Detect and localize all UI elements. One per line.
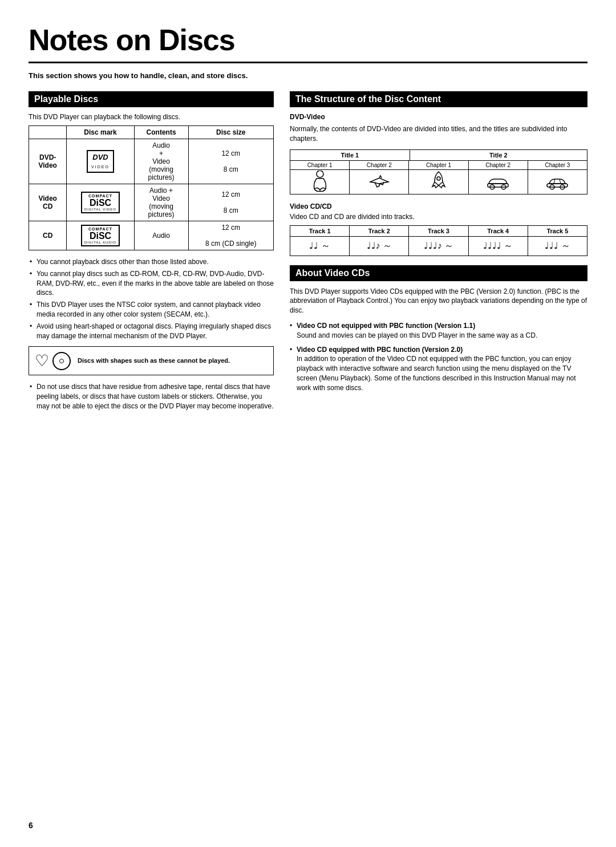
chapter-col: Chapter 1 (290, 161, 350, 169)
col-label-empty (29, 126, 67, 139)
playable-intro: This DVD Player can playback the followi… (29, 113, 274, 121)
track-col: Track 4 (469, 226, 528, 236)
chapter1-img (310, 171, 330, 193)
chapter-image (409, 170, 468, 194)
table-row: VideoCD COMPACT DiSC DIGITAL VIDEO Audio… (29, 184, 274, 221)
videocd-contents: Audio +Video(movingpictures) (134, 184, 188, 221)
chapter-image (528, 170, 587, 194)
dvd-logo: DVDVIDEO (87, 150, 114, 173)
track-note: ♩♩♩ ～ (528, 237, 587, 256)
list-item: This DVD Player uses the NTSC color syst… (29, 300, 274, 319)
svg-point-1 (437, 177, 440, 180)
track-note: ♩♩♪ ～ (350, 237, 409, 256)
dvd-video-title: DVD-Video (290, 113, 587, 121)
about-bullet-1-bold: Video CD not equipped with PBC function … (297, 322, 475, 330)
videocd-sizes: 12 cm8 cm (188, 184, 273, 221)
right-column: The Structure of the Disc Content DVD-Vi… (290, 91, 587, 417)
track-note: ♩♩♩♪ ～ (409, 237, 468, 256)
chapter3-img (430, 171, 447, 193)
disc-hole (59, 359, 64, 363)
row-dvd-label: DVD-Video (29, 139, 67, 184)
left-column: Playable Discs This DVD Player can playb… (29, 91, 274, 417)
cd-logo-cell: COMPACT DiSC DIGITAL AUDIO (67, 221, 134, 250)
dvd-diagram: Title 1 Title 2 Chapter 1 Chapter 2 Chap… (290, 149, 587, 194)
track-header: Track 1 Track 2 Track 3 Track 4 Track 5 (290, 226, 587, 237)
disc-shapes: ♡ (35, 351, 71, 370)
chapter-image (350, 170, 409, 194)
col-contents: Contents (134, 126, 188, 139)
list-item: Avoid using heart-shaped or octagonal di… (29, 322, 274, 341)
list-item: Do not use discs that have residue from … (29, 382, 274, 411)
list-item: You cannot playback discs other than tho… (29, 257, 274, 267)
dvd-sizes: 12 cm8 cm (188, 139, 273, 184)
about-bullet-1: Video CD not equipped with PBC function … (290, 321, 587, 341)
chapter-image (290, 170, 350, 194)
svg-point-0 (317, 171, 323, 177)
disc-content-header: The Structure of the Disc Content (290, 91, 587, 107)
page-title: Notes on Discs (29, 23, 587, 63)
compact-audio-logo: COMPACT DiSC DIGITAL AUDIO (81, 225, 120, 247)
about-bullet-2-text: In addition to operation of the Video CD… (297, 355, 576, 391)
table-row: CD COMPACT DiSC DIGITAL AUDIO Audio 12 c… (29, 221, 274, 250)
about-video-cds-desc: This DVD Player supports Video CDs equip… (290, 287, 587, 315)
track-col: Track 3 (409, 226, 468, 236)
page-number: 6 (29, 821, 33, 830)
chapter-col: Chapter 1 (409, 161, 468, 169)
dvd-video-desc: Normally, the contents of DVD-Video are … (290, 124, 587, 144)
round-disc (52, 352, 71, 370)
videocd-logo-cell: COMPACT DiSC DIGITAL VIDEO (67, 184, 134, 221)
chapter2-img (368, 173, 391, 191)
final-bullet-list: Do not use discs that have residue from … (29, 382, 274, 411)
dvd-logo-cell: DVDVIDEO (67, 139, 134, 184)
about-video-cds-header: About Video CDs (290, 265, 587, 281)
chapter-col: Chapter 3 (528, 161, 587, 169)
dvd-diagram-images-row (290, 170, 587, 194)
track-note: ♩♩ ～ (290, 237, 350, 256)
disc-table: Disc mark Contents Disc size DVD-Video D… (29, 125, 274, 250)
title1-header: Title 1 (290, 150, 410, 160)
irregular-discs-box: ♡ Discs with shapes such as these cannot… (29, 346, 274, 375)
cd-contents: Audio (134, 221, 188, 250)
col-disc-size: Disc size (188, 126, 273, 139)
chapter-col: Chapter 2 (350, 161, 409, 169)
about-bullet-2: Video CD equipped with PBC function (Ver… (290, 345, 587, 393)
page-subtitle: This section shows you how to handle, cl… (29, 71, 587, 80)
main-content: Playable Discs This DVD Player can playb… (29, 91, 587, 417)
track-col: Track 5 (528, 226, 587, 236)
track-note: ♩♩♩♩ ～ (469, 237, 528, 256)
chapter-col: Chapter 2 (469, 161, 528, 169)
list-item: You cannot play discs such as CD-ROM, CD… (29, 269, 274, 298)
dvd-diagram-title-row: Title 1 Title 2 (290, 150, 587, 161)
irregular-discs-text: Discs with shapes such as these cannot b… (78, 356, 230, 365)
title2-header: Title 2 (410, 150, 587, 160)
about-bullet-1-text: Sound and movies can be played on this D… (297, 331, 537, 339)
row-cd-label: CD (29, 221, 67, 250)
video-cd-desc: Video CD and CD are divided into tracks. (290, 213, 587, 221)
heart-icon: ♡ (35, 351, 49, 370)
about-bullet-2-bold: Video CD equipped with PBC function (Ver… (297, 346, 463, 354)
playable-bullets: You cannot playback discs other than tho… (29, 257, 274, 341)
track-notes-row: ♩♩ ～ ♩♩♪ ～ ♩♩♩♪ ～ ♩♩♩♩ ～ ♩♩♩ ～ (290, 237, 587, 256)
video-cd-title: Video CD/CD (290, 202, 587, 210)
playable-discs-header: Playable Discs (29, 91, 274, 107)
col-disc-mark: Disc mark (67, 126, 134, 139)
compact-video-logo: COMPACT DiSC DIGITAL VIDEO (81, 192, 120, 214)
track-diagram: Track 1 Track 2 Track 3 Track 4 Track 5 … (290, 225, 587, 256)
track-col: Track 2 (350, 226, 409, 236)
heart-disc: ♡ (35, 351, 49, 370)
chapter-image (469, 170, 528, 194)
dvd-contents: Audio+Video(movingpictures) (134, 139, 188, 184)
chapter5-img (545, 173, 570, 191)
chapter4-img (485, 173, 510, 191)
row-videocd-label: VideoCD (29, 184, 67, 221)
cd-sizes: 12 cm8 cm (CD single) (188, 221, 273, 250)
table-row: DVD-Video DVDVIDEO Audio+Video(movingpic… (29, 139, 274, 184)
track-col: Track 1 (290, 226, 350, 236)
dvd-diagram-chapters-row: Chapter 1 Chapter 2 Chapter 1 Chapter 2 … (290, 161, 587, 170)
